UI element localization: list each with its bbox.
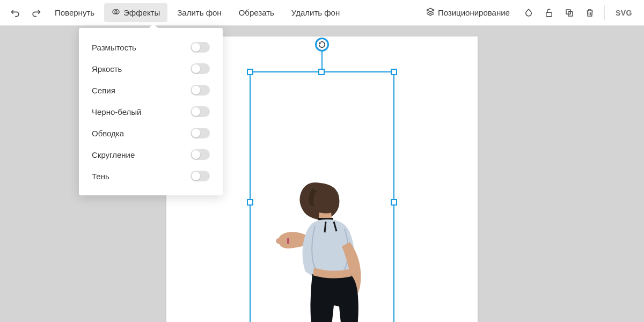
crop-label: Обрезать bbox=[239, 8, 274, 17]
layers-icon bbox=[426, 8, 435, 18]
resize-handle-tm[interactable] bbox=[318, 69, 325, 75]
effect-row-rounding: Скругление bbox=[79, 144, 223, 165]
rotate-button[interactable]: Повернуть bbox=[47, 4, 102, 21]
opacity-button[interactable] bbox=[519, 4, 538, 22]
rotate-label: Повернуть bbox=[55, 8, 94, 17]
effect-label: Скругление bbox=[92, 150, 135, 159]
selected-image[interactable] bbox=[261, 172, 385, 322]
effects-dropdown: Размытость Яркость Сепия Черно-белый Обв… bbox=[79, 28, 223, 195]
effect-toggle-rounding[interactable] bbox=[191, 149, 210, 160]
effects-button[interactable]: Эффекты bbox=[104, 3, 167, 22]
resize-handle-ml[interactable] bbox=[247, 199, 253, 206]
effect-toggle-sepia[interactable] bbox=[191, 85, 210, 96]
toolbar: Повернуть Эффекты Залить фон Обрезать Уд… bbox=[0, 0, 644, 26]
delete-button[interactable] bbox=[581, 4, 599, 22]
effect-label: Тень bbox=[92, 172, 109, 181]
rotate-handle[interactable] bbox=[315, 38, 329, 52]
remove-bg-button[interactable]: Удалить фон bbox=[284, 4, 347, 21]
svg-rect-2 bbox=[546, 12, 552, 17]
effects-icon bbox=[112, 8, 120, 18]
positioning-label: Позиционирование bbox=[438, 8, 510, 17]
effect-toggle-blur[interactable] bbox=[191, 42, 210, 53]
lock-button[interactable] bbox=[540, 4, 558, 22]
svg-point-6 bbox=[276, 238, 284, 244]
undo-button[interactable] bbox=[6, 4, 25, 22]
effect-toggle-outline[interactable] bbox=[191, 128, 210, 138]
effect-label: Яркость bbox=[92, 64, 122, 74]
effect-label: Обводка bbox=[92, 129, 124, 138]
resize-handle-mr[interactable] bbox=[391, 199, 397, 206]
resize-handle-tr[interactable] bbox=[391, 69, 397, 75]
duplicate-button[interactable] bbox=[560, 4, 579, 22]
effect-row-brightness: Яркость bbox=[79, 58, 223, 79]
effect-toggle-brightness[interactable] bbox=[191, 63, 210, 74]
effect-toggle-bw[interactable] bbox=[191, 106, 210, 117]
effect-label: Размытость bbox=[92, 43, 136, 52]
effect-row-blur: Размытость bbox=[79, 36, 223, 58]
effect-row-shadow: Тень bbox=[79, 165, 223, 187]
effect-toggle-shadow[interactable] bbox=[191, 171, 210, 181]
fill-bg-button[interactable]: Залить фон bbox=[170, 4, 229, 21]
svg-rect-7 bbox=[287, 238, 289, 244]
crop-button[interactable]: Обрезать bbox=[231, 4, 282, 21]
positioning-button[interactable]: Позиционирование bbox=[419, 3, 517, 22]
effect-row-bw: Черно-белый bbox=[79, 101, 223, 122]
redo-button[interactable] bbox=[27, 4, 45, 22]
divider bbox=[604, 5, 605, 20]
effect-label: Черно-белый bbox=[92, 107, 141, 116]
resize-handle-tl[interactable] bbox=[247, 69, 253, 75]
effect-row-outline: Обводка bbox=[79, 122, 223, 144]
remove-bg-label: Удалить фон bbox=[291, 8, 340, 17]
fill-bg-label: Залить фон bbox=[177, 8, 221, 17]
format-label: SVG bbox=[610, 9, 638, 17]
effects-label: Эффекты bbox=[123, 8, 160, 17]
selection-box[interactable] bbox=[250, 71, 394, 322]
effect-row-sepia: Сепия bbox=[79, 79, 223, 101]
effect-label: Сепия bbox=[92, 86, 115, 95]
